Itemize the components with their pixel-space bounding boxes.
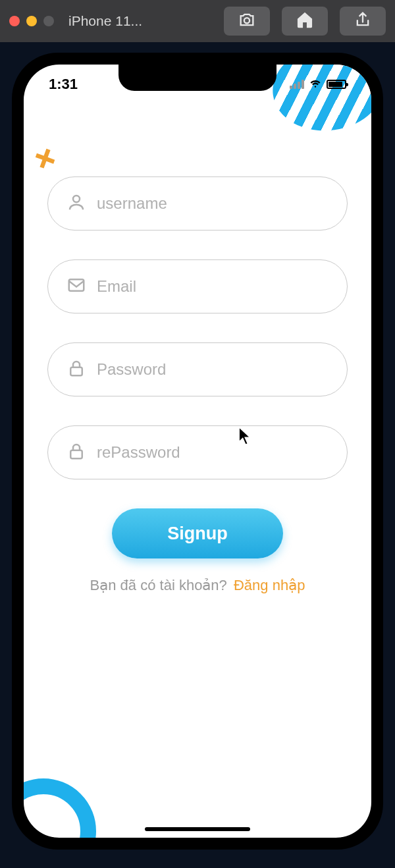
mail-icon [66, 275, 86, 298]
camera-icon [238, 11, 256, 32]
svg-rect-4 [70, 450, 82, 459]
mouse-cursor [238, 427, 253, 447]
svg-point-1 [73, 196, 80, 202]
signup-button[interactable]: Signup [112, 508, 283, 558]
status-indicators [290, 78, 346, 91]
password-field-wrapper[interactable] [47, 342, 348, 396]
simulator-title: iPhone 11... [68, 13, 142, 29]
login-prompt: Bạn đã có tài khoản? Đăng nhập [47, 577, 348, 594]
email-input[interactable] [97, 277, 329, 296]
svg-point-0 [244, 18, 250, 23]
window-close-button[interactable] [9, 16, 20, 26]
window-zoom-button[interactable] [43, 16, 54, 26]
wifi-icon [309, 78, 322, 91]
username-input[interactable] [97, 194, 329, 213]
decorative-circle [24, 778, 96, 838]
share-button[interactable] [340, 7, 386, 36]
share-icon [354, 11, 372, 32]
svg-rect-3 [70, 367, 82, 376]
decorative-plus-icon: + [28, 133, 64, 182]
repassword-input[interactable] [97, 443, 329, 462]
window-minimize-button[interactable] [26, 16, 37, 26]
signal-icon [290, 80, 304, 89]
email-field-wrapper[interactable] [47, 259, 348, 313]
screenshot-button[interactable] [224, 7, 270, 36]
login-link[interactable]: Đăng nhập [234, 577, 305, 593]
home-button[interactable] [282, 7, 328, 36]
home-indicator[interactable] [145, 827, 250, 831]
repassword-field-wrapper[interactable] [47, 425, 348, 479]
signup-form: Signup Bạn đã có tài khoản? Đăng nhập [24, 176, 371, 594]
login-prompt-text: Bạn đã có tài khoản? [90, 577, 227, 593]
phone-frame: 1:31 + [12, 53, 383, 850]
home-icon [296, 11, 314, 32]
status-time: 1:31 [49, 76, 78, 93]
phone-screen: 1:31 + [24, 65, 371, 838]
user-icon [66, 192, 86, 215]
username-field-wrapper[interactable] [47, 176, 348, 231]
simulator-toolbar: iPhone 11... [0, 0, 395, 42]
window-traffic-lights [9, 16, 54, 26]
lock-icon [66, 441, 86, 464]
battery-icon [327, 80, 346, 89]
lock-icon [66, 358, 86, 381]
password-input[interactable] [97, 360, 329, 379]
phone-notch [118, 65, 276, 91]
svg-rect-2 [69, 279, 84, 291]
